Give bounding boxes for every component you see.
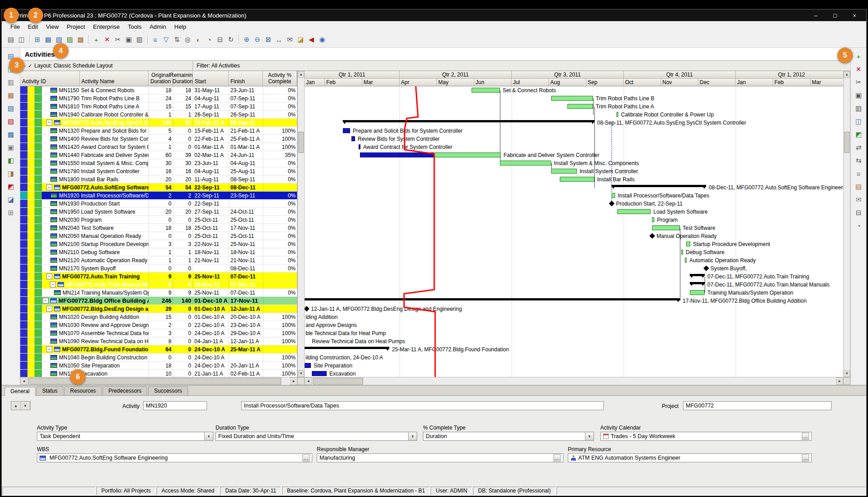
activity-id-cell[interactable]: MN1440 [42,151,80,159]
start-cell[interactable]: 01-Dec-10 A [193,305,229,313]
percent-complete-cell[interactable]: 0% [263,256,297,264]
table-row[interactable]: MN1150Set & Connect Robots181831-May-112… [20,86,297,94]
recalc-icon[interactable]: ↻ [225,34,236,45]
activity-id-field[interactable]: MN1920 [143,401,207,410]
original-duration-cell[interactable]: 60 [149,151,173,159]
notebook-icon[interactable]: ▤ [854,182,864,192]
percent-complete-cell[interactable] [263,345,297,353]
table-row[interactable]: MN1550Install System & Misc. Components3… [20,159,297,167]
original-duration-cell[interactable]: 1 [149,143,173,151]
activity-id-cell[interactable]: MN1050 [42,362,80,369]
table-row[interactable]: MN1940Calibrate Robot Controller & Power… [20,111,297,119]
original-duration-cell[interactable]: 0 [149,232,173,240]
menu-item-view[interactable]: View [42,22,63,31]
percent-complete-cell[interactable]: 0% [263,86,297,94]
original-duration-cell[interactable]: 0 [149,200,173,207]
original-duration-cell[interactable]: 18 [149,86,173,94]
remaining-duration-cell[interactable]: 24 [173,94,193,102]
remaining-duration-cell[interactable]: 30 [173,159,193,167]
original-duration-cell[interactable]: 18 [149,362,173,369]
timescale-month[interactable]: May [437,79,474,86]
sort-icon[interactable]: ⇅ [171,34,182,45]
percent-complete-cell[interactable]: 0% [263,94,297,102]
menu-item-enterprise[interactable]: Enterprise [89,22,124,31]
remaining-duration-cell[interactable]: 15 [173,103,193,110]
finish-cell[interactable]: 25-Mar-11 A [229,345,263,353]
attachment-icon[interactable]: ✉ [284,34,295,45]
start-cell[interactable]: 17-Aug-11 [193,103,229,110]
schedule-icon[interactable]: ◔ [204,34,215,45]
timescale-icon[interactable]: ↔ [274,34,284,45]
collapse-icon[interactable]: − [46,306,52,312]
timescale-month[interactable]: Jun [474,79,512,86]
start-cell[interactable]: 21-Nov-11 [193,256,229,264]
add-icon[interactable]: + [91,34,102,45]
start-cell[interactable]: 01-Dec-10 A [193,297,229,304]
original-duration-cell[interactable]: 16 [149,167,173,175]
activity-id-cell[interactable]: MN1790 [42,94,80,102]
scroll-thumb[interactable] [298,132,304,153]
timescale-quarter[interactable]: Qtr 1, 2012 [736,71,843,79]
activity-id-cell[interactable]: MN1420 [42,143,80,151]
start-cell[interactable]: 31-May-11 [193,86,229,94]
table-row[interactable]: MN2110Debug Software1118-Nov-1118-Nov-11… [20,248,297,256]
duration-type-select[interactable]: Fixed Duration and Units/Time ▾ [216,432,417,441]
gantt-milestone[interactable] [649,233,655,239]
percent-complete-type-select[interactable]: Duration ▾ [423,432,594,441]
maximize-button[interactable]: □ [827,12,843,19]
nav-down-button[interactable]: ▼ [21,402,30,410]
original-duration-cell[interactable]: 64 [149,345,173,353]
comment-icon[interactable]: ◪ [295,34,306,45]
assign-resources-icon[interactable]: ◫ [854,116,864,126]
start-cell[interactable]: 22-Sep-11 [193,184,229,191]
responsible-manager-browse-button[interactable]: … [553,454,561,461]
paste-activity-icon[interactable]: ▥ [854,103,864,113]
collapse-icon[interactable]: − [46,346,52,352]
column-header[interactable]: Activity ID [20,71,80,86]
percent-complete-cell[interactable]: 100% [263,362,297,369]
remaining-duration-cell[interactable]: 0 [173,143,193,151]
activity-name-cell[interactable]: Begin Building Construction [80,354,149,361]
percent-complete-cell[interactable] [263,281,297,288]
scroll-right-button[interactable]: ► [290,377,297,385]
gantt-bar-actual[interactable] [312,371,327,376]
percent-complete-cell[interactable]: 100% [263,127,297,134]
start-cell[interactable]: 04-Aug-11 [193,167,229,175]
activity-calendar-field[interactable]: Trades - 5 Day Workweek … [600,432,812,441]
scroll-track[interactable] [844,78,850,370]
finish-cell[interactable]: 12-Jan-11 A [229,337,263,345]
tracking-icon[interactable]: ▦ [6,90,16,100]
scroll-down-button[interactable]: ▼ [298,370,304,377]
timescale-month[interactable]: Nov [661,79,698,86]
activity-name-cell[interactable]: Debug Software [80,248,149,256]
activity-id-cell[interactable]: MN2030 [42,216,80,224]
remaining-duration-cell[interactable]: 0 [173,135,193,143]
finish-cell[interactable]: 25-Nov-11 [229,240,263,248]
timescale-month[interactable]: Jan [305,79,325,86]
activity-id-cell[interactable]: MN2170 [42,264,80,272]
start-cell[interactable]: 24-Dec-10 A [193,362,229,369]
activity-name-cell[interactable]: Automatic Operation Ready [80,256,149,264]
activity-name-cell[interactable]: Fabricate and Deliver System Controller [80,151,149,159]
finish-cell[interactable]: 08-Dec-11 [229,184,263,191]
gantt-horizontal-scrollbar[interactable]: ◄ ► [305,377,843,385]
responsible-manager-field[interactable]: Manufacturing … [317,453,563,462]
layout-options-bar[interactable]: » ✓ Layout: Classic Schedule Layout [20,61,193,71]
percent-complete-cell[interactable]: 0% [263,159,297,167]
zoom-in-icon[interactable]: ⊕ [241,34,252,45]
percent-complete-cell[interactable]: 0% [263,175,297,183]
remaining-duration-cell[interactable]: 0 [173,200,193,207]
gantt-summary-bar[interactable] [305,347,389,349]
percent-complete-cell[interactable]: 0% [263,264,297,272]
gantt-bar-remaining[interactable] [616,112,618,117]
wbs-name-cell[interactable]: −MFG00772.Auto.Train Training [42,273,149,280]
column-header[interactable]: Start [193,71,229,86]
finish-cell[interactable]: 04-Aug-11 [229,159,263,167]
remaining-duration-cell[interactable]: 54 [173,184,193,191]
copy-activity-icon[interactable]: ▣ [854,90,864,100]
table-row[interactable]: MN2140Training Manuals/System Operation9… [20,289,297,297]
activity-name-cell[interactable]: Review and Approve Designs [80,321,149,329]
start-cell[interactable]: 22-Nov-11 [193,240,229,248]
start-cell[interactable]: 02-Mar-11 A [193,151,229,159]
timescale-month[interactable]: Feb [773,79,810,86]
